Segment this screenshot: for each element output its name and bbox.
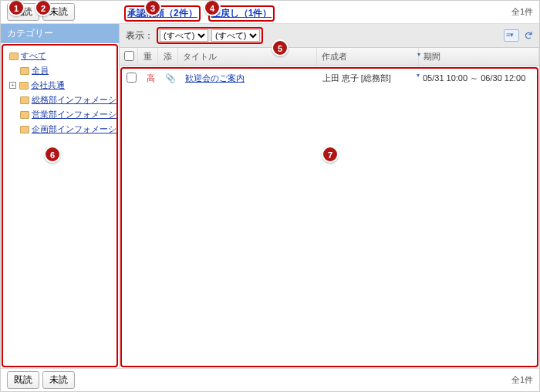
row-title-link[interactable]: 歓迎会のご案内 bbox=[185, 73, 245, 83]
folder-icon bbox=[9, 52, 19, 60]
filter-label: 表示： bbox=[126, 29, 154, 42]
sidebar-item-label[interactable]: 企画部インフォメーション bbox=[32, 123, 118, 135]
col-importance[interactable]: 重 bbox=[138, 48, 158, 66]
sidebar-item-label[interactable]: 総務部インフォメーション bbox=[32, 94, 118, 106]
bottom-toolbar: 既読 未読 全1件 bbox=[1, 368, 539, 391]
folder-icon bbox=[20, 96, 29, 104]
unread-button-bottom[interactable]: 未読 bbox=[42, 371, 75, 389]
expand-icon[interactable]: + bbox=[9, 82, 16, 89]
attachment-icon: 📎 bbox=[160, 69, 181, 87]
total-count: 全1件 bbox=[511, 6, 533, 18]
sidebar-item-everyone[interactable]: 全員 bbox=[3, 63, 116, 78]
row-importance: 高 bbox=[140, 69, 160, 88]
sidebar-item-soumu[interactable]: 総務部インフォメーション bbox=[3, 93, 116, 107]
category-tree: すべて 全員 + 会社共通 総務部インフォメーション 営業部インフォ bbox=[2, 44, 118, 367]
approval-requests-link[interactable]: 承認依頼（2件） bbox=[127, 8, 197, 19]
folder-icon bbox=[20, 126, 29, 133]
folder-icon bbox=[19, 82, 29, 90]
sidebar-item-label[interactable]: 営業部インフォメーション bbox=[32, 109, 118, 120]
sidebar-item-all[interactable]: すべて bbox=[3, 49, 116, 63]
read-button[interactable]: 既読 bbox=[7, 3, 39, 21]
row-checkbox[interactable] bbox=[127, 73, 137, 83]
return-link[interactable]: 差戻し（1件） bbox=[211, 8, 272, 19]
table-body: 高 📎 歓迎会のご案内 上田 恵子 [総務部] 05/31 10:00 ～ 06… bbox=[120, 67, 538, 367]
main-panel: 表示： (すべて) (すべて) ↻ 重 添 タイトル bbox=[120, 24, 539, 368]
col-author[interactable]: 作成者 bbox=[317, 48, 419, 66]
sidebar-item-label[interactable]: 全員 bbox=[32, 65, 49, 76]
sidebar-item-label[interactable]: すべて bbox=[21, 50, 46, 62]
sidebar: カテゴリー すべて 全員 + 会社共通 総務部インフォメーション bbox=[1, 24, 120, 368]
sidebar-item-label[interactable]: 会社共通 bbox=[31, 79, 65, 91]
folder-icon bbox=[20, 67, 29, 75]
row-author: 上田 恵子 [総務部] bbox=[318, 69, 418, 88]
filter-select-2[interactable]: (すべて) bbox=[211, 29, 260, 42]
read-button-bottom[interactable]: 既読 bbox=[7, 371, 39, 389]
filter-bar: 表示： (すべて) (すべて) ↻ bbox=[120, 24, 539, 48]
row-period: 05/31 10:00 ～ 06/30 12:00 bbox=[418, 69, 537, 88]
total-count-bottom: 全1件 bbox=[511, 374, 533, 386]
table-header: 重 添 タイトル 作成者 期間 bbox=[120, 48, 539, 66]
col-period[interactable]: 期間 bbox=[419, 48, 539, 66]
sidebar-item-eigyo[interactable]: 営業部インフォメーション bbox=[3, 107, 116, 122]
unread-button[interactable]: 未読 bbox=[42, 3, 75, 21]
col-checkbox bbox=[120, 48, 138, 66]
list-options-icon[interactable] bbox=[504, 29, 519, 42]
folder-icon bbox=[20, 111, 29, 119]
sidebar-item-company[interactable]: + 会社共通 bbox=[3, 78, 116, 93]
filter-select-1[interactable]: (すべて) bbox=[160, 29, 208, 42]
select-all-checkbox[interactable] bbox=[124, 51, 134, 61]
col-attachment[interactable]: 添 bbox=[158, 48, 178, 66]
filter-group: (すべて) (すべて) bbox=[157, 27, 263, 44]
col-title[interactable]: タイトル bbox=[178, 48, 317, 66]
top-toolbar: 既読 未読 承認依頼（2件） 差戻し（1件） 全1件 bbox=[1, 1, 539, 24]
sidebar-header: カテゴリー bbox=[1, 24, 119, 43]
sidebar-item-kikaku[interactable]: 企画部インフォメーション bbox=[3, 122, 116, 137]
table-row[interactable]: 高 📎 歓迎会のご案内 上田 恵子 [総務部] 05/31 10:00 ～ 06… bbox=[122, 69, 537, 88]
refresh-icon[interactable]: ↻ bbox=[522, 31, 535, 40]
